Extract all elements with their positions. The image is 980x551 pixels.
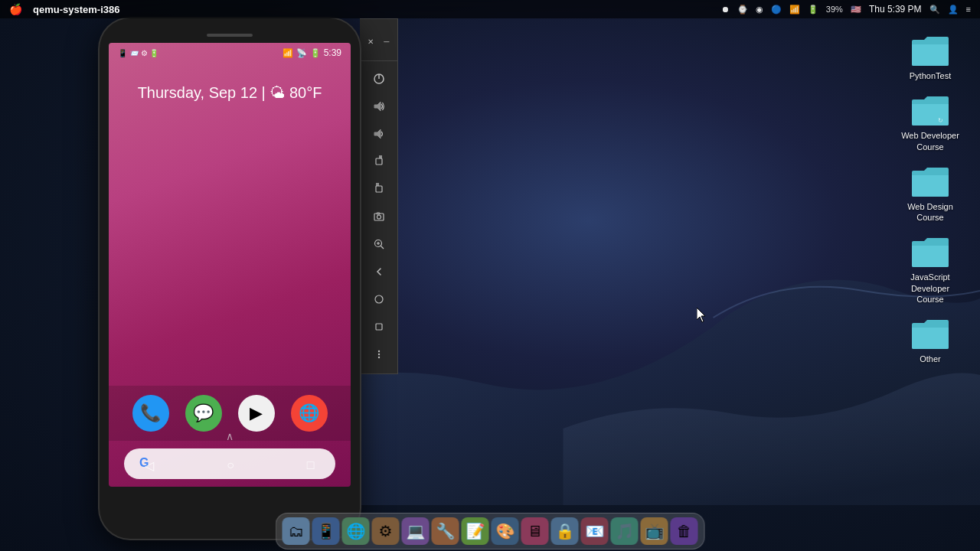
emulator-close-button[interactable]: ✕ — [366, 28, 376, 54]
nav-recent-button[interactable]: □ — [307, 458, 315, 472]
desktop-icon-web-developer[interactable]: ↻ Web Developer Course — [896, 90, 965, 155]
phone-dock-phone[interactable]: 📞 — [132, 395, 169, 432]
svg-rect-5 — [376, 186, 382, 192]
emulator-more-button[interactable] — [366, 341, 392, 367]
web-design-folder-icon — [910, 165, 950, 198]
phone-speaker — [207, 34, 253, 37]
control-center-icon[interactable]: ≡ — [966, 5, 971, 14]
emulator-container: 📱 📨 ⚙ 🔋 📶 📡 🔋 5:39 Thursday, Sep 12 | 🌤 … — [100, 18, 398, 539]
pythontest-folder-icon — [910, 34, 950, 67]
phone-frame: 📱 📨 ⚙ 🔋 📶 📡 🔋 5:39 Thursday, Sep 12 | 🌤 … — [100, 18, 360, 539]
web-design-label: Web Design Course — [899, 201, 962, 223]
emulator-power-button[interactable] — [366, 66, 392, 92]
flag-icon: 🇺🇸 — [851, 5, 861, 15]
dock-app-12[interactable]: 🎵 — [611, 517, 639, 545]
emulator-recent-button[interactable] — [366, 314, 392, 340]
menubar-time: Thu 5:39 PM — [869, 4, 922, 15]
phone-notch — [109, 34, 351, 37]
javascript-label: JavaScript Developer Course — [899, 272, 962, 305]
emulator-controls: ✕ ─ — [360, 18, 398, 374]
desktop-icon-javascript[interactable]: JavaScript Developer Course — [896, 232, 965, 308]
dock-app-4[interactable]: ⚙ — [372, 517, 400, 545]
emulator-volume-up-button[interactable] — [366, 93, 392, 119]
menubar-left: 🍎 qemu-system-i386 — [9, 3, 119, 15]
macos-dock: 🗂 📱 🌐 ⚙ 💻 🔧 📝 🎨 🖥 🔒 📧 🎵 📺 🗑 — [276, 513, 705, 549]
menubar: 🍎 qemu-system-i386 ⏺ ⌚ ◉ 🔵 📶 🔋 39% 🇺🇸 Th… — [0, 0, 980, 18]
battery-percent: 39% — [826, 5, 843, 14]
dock-app-14[interactable]: 🗑 — [671, 517, 698, 545]
desktop-icon-pythontest[interactable]: PythonTest — [896, 31, 965, 84]
nav-back-button[interactable]: ◁ — [145, 458, 154, 473]
desktop-icon-other[interactable]: Other — [896, 314, 965, 367]
phone-dock-play[interactable]: ▶ — [238, 395, 275, 432]
phone-status-left: 📱 📨 ⚙ 🔋 — [118, 49, 158, 57]
phone-signal-icon: 📡 — [296, 48, 307, 58]
dock-app-5[interactable]: 💻 — [402, 517, 430, 545]
nav-home-button[interactable]: ○ — [227, 458, 234, 472]
user-icon[interactable]: 👤 — [948, 5, 959, 15]
menubar-app-name: qemu-system-i386 — [33, 4, 119, 15]
dock-app-6[interactable]: 🔧 — [432, 517, 459, 545]
svg-point-8 — [377, 215, 381, 219]
battery-icon: 🔋 — [808, 5, 818, 15]
other-folder-icon — [910, 317, 950, 350]
phone-date-widget: Thursday, Sep 12 | 🌤 80°F — [109, 61, 351, 117]
recording-icon: ⏺ — [721, 5, 730, 14]
emulator-rotate-right-button[interactable] — [366, 148, 392, 174]
svg-rect-3 — [376, 158, 382, 165]
phone-status-icons: 📱 📨 ⚙ 🔋 — [118, 49, 158, 57]
emulator-screenshot-button[interactable] — [366, 204, 392, 230]
phone-dock-chrome[interactable]: 🌐 — [291, 395, 328, 432]
dock-app-7[interactable]: 📝 — [462, 517, 489, 545]
dock-app-2[interactable]: 📱 — [312, 517, 340, 545]
phone-status-bar: 📱 📨 ⚙ 🔋 📶 📡 🔋 5:39 — [109, 43, 351, 61]
emulator-zoom-button[interactable] — [366, 231, 392, 257]
web-developer-folder-icon: ↻ — [910, 93, 950, 127]
phone-battery-icon: 🔋 — [310, 48, 321, 58]
emulator-home-button[interactable] — [366, 286, 392, 312]
dock-app-10[interactable]: 🔒 — [551, 517, 579, 545]
svg-rect-15 — [376, 324, 382, 330]
web-developer-label: Web Developer Course — [899, 130, 962, 152]
menu-icon-3: ◉ — [756, 5, 763, 15]
dock-app-11[interactable]: 📧 — [581, 517, 609, 545]
dock-app-3[interactable]: 🌐 — [342, 517, 370, 545]
desktop-icons: PythonTest ↻ Web Developer Course — [896, 31, 965, 368]
svg-marker-6 — [376, 183, 379, 186]
bluetooth-icon: 🔵 — [771, 5, 782, 15]
phone-nav-bar: ◁ ○ □ — [109, 447, 351, 487]
emulator-window-controls: ✕ ─ — [360, 25, 397, 61]
search-menu-icon[interactable]: 🔍 — [929, 5, 940, 15]
svg-marker-4 — [379, 155, 382, 158]
phone-status-right: 📶 📡 🔋 5:39 — [283, 47, 341, 58]
javascript-folder-icon — [910, 235, 950, 269]
other-label: Other — [920, 354, 941, 364]
svg-point-18 — [377, 357, 379, 358]
emulator-back-button[interactable] — [366, 259, 392, 285]
pythontest-label: PythonTest — [910, 70, 951, 81]
svg-point-16 — [377, 350, 379, 352]
phone-dock: 📞 💬 ▶ 🌐 — [109, 386, 351, 441]
svg-point-14 — [375, 295, 383, 303]
emulator-volume-down-button[interactable] — [366, 121, 392, 147]
emulator-minimize-button[interactable]: ─ — [382, 28, 392, 54]
dock-app-8[interactable]: 🎨 — [492, 517, 519, 545]
apple-menu[interactable]: 🍎 — [9, 3, 22, 15]
svg-line-11 — [381, 246, 384, 249]
svg-point-17 — [377, 354, 379, 355]
phone-bottom — [109, 487, 351, 502]
phone-time: 5:39 — [324, 47, 341, 58]
phone-wifi-icon: 📶 — [283, 48, 293, 58]
phone-dock-messages[interactable]: 💬 — [185, 395, 222, 432]
emulator-rotate-left-button[interactable] — [366, 176, 392, 202]
svg-text:↻: ↻ — [938, 117, 943, 124]
wifi-icon: 📶 — [789, 5, 800, 15]
dock-app-9[interactable]: 🖥 — [521, 517, 549, 545]
dock-app-13[interactable]: 📺 — [641, 517, 668, 545]
menubar-right: ⏺ ⌚ ◉ 🔵 📶 🔋 39% 🇺🇸 Thu 5:39 PM 🔍 👤 ≡ — [721, 4, 971, 15]
desktop: 🍎 qemu-system-i386 ⏺ ⌚ ◉ 🔵 📶 🔋 39% 🇺🇸 Th… — [0, 0, 980, 551]
desktop-icon-web-design[interactable]: Web Design Course — [896, 161, 965, 227]
dock-finder[interactable]: 🗂 — [283, 517, 310, 545]
phone-screen[interactable]: 📱 📨 ⚙ 🔋 📶 📡 🔋 5:39 Thursday, Sep 12 | 🌤 … — [109, 43, 351, 487]
phone-date-text: Thursday, Sep 12 | 🌤 80°F — [124, 84, 335, 102]
